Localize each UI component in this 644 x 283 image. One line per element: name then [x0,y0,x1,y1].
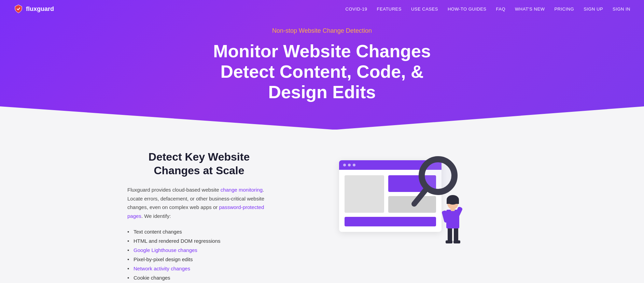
nav-links: COVID-19 FEATURES USE CASES HOW-TO GUIDE… [346,6,630,12]
list-item: Google Lighthouse changes [127,245,271,255]
nav-sign-in[interactable]: SIGN IN [613,6,630,12]
nav-use-cases[interactable]: USE CASES [411,6,438,12]
nav-covid[interactable]: COVID-19 [346,6,367,12]
section-description: Fluxguard provides cloud-based website c… [127,185,271,220]
navigation: fluxguard COVID-19 FEATURES USE CASES HO… [0,0,644,18]
google-lighthouse-link[interactable]: Google Lighthouse changes [134,247,197,253]
hero-subtitle: Non-stop Website Change Detection [272,27,372,34]
right-column [291,150,517,252]
nav-how-to[interactable]: HOW-TO GUIDES [448,6,487,12]
nav-features[interactable]: FEATURES [377,6,402,12]
left-column: Detect Key Website Changes at Scale Flux… [127,150,271,282]
browser-dot-1 [343,164,346,166]
logo-text: fluxguard [26,5,54,13]
svg-rect-2 [448,227,452,242]
browser-dot-2 [348,164,351,166]
list-item: Pixel-by-pixel design edits [127,255,271,264]
nav-sign-up[interactable]: SIGN UP [584,6,603,12]
nav-faq[interactable]: FAQ [496,6,506,12]
logo-link[interactable]: fluxguard [14,4,54,14]
section-title: Detect Key Website Changes at Scale [127,150,271,177]
browser-dot-3 [353,164,355,166]
browser-block-left [345,175,384,213]
list-item: Text content changes [127,227,271,236]
feature-list: Text content changes HTML and rendered D… [127,227,271,282]
hero-illustration [339,153,469,249]
logo-icon [14,4,23,14]
network-activity-link[interactable]: Network activity changes [134,266,190,271]
browser-block-bottom [345,217,436,226]
svg-rect-12 [447,200,459,204]
list-item: Network activity changes [127,264,271,273]
svg-line-1 [414,189,426,204]
person-illustration [438,188,469,249]
nav-pricing[interactable]: PRICING [554,6,574,12]
svg-rect-5 [453,240,460,243]
svg-rect-3 [454,227,458,242]
main-content: Detect Key Website Changes at Scale Flux… [100,130,544,283]
list-item: HTML and rendered DOM regressions [127,236,271,245]
nav-whats-new[interactable]: WHAT'S NEW [515,6,545,12]
change-monitoring-link[interactable]: change monitoring [221,187,263,193]
svg-rect-4 [446,240,452,243]
hero-title: Monitor Website Changes Detect Content, … [202,41,442,102]
hero-section: Non-stop Website Change Detection Monito… [0,0,644,130]
list-item: Cookie changes [127,273,271,282]
